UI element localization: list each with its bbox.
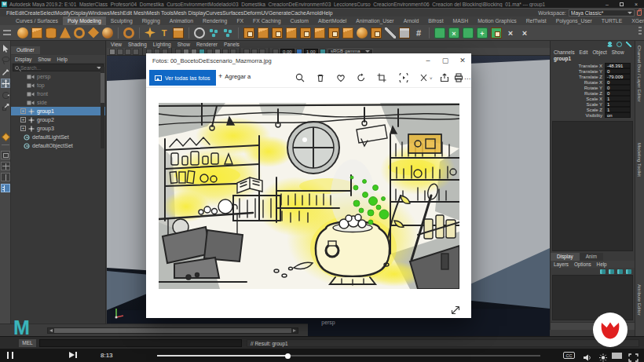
sketch-book-icon[interactable] [399, 27, 410, 38]
layer-editor-tab[interactable]: Anim [580, 253, 603, 261]
camera-attributes-icon[interactable] [125, 49, 131, 55]
share-icon[interactable] [440, 73, 449, 82]
channel-value-field[interactable]: -79.009 [605, 74, 631, 79]
scale-tool-icon[interactable] [1, 102, 10, 112]
channel-value-field[interactable]: 0 [605, 90, 631, 96]
shelf-tab[interactable]: AlbertModel [313, 16, 351, 25]
sculpt-grab-icon[interactable]: × [448, 27, 459, 38]
range-left-arrow-icon[interactable] [49, 329, 53, 332]
menu-item[interactable]: Surfaces [222, 10, 243, 16]
menu-item[interactable]: File [6, 10, 15, 16]
channel-value-field[interactable]: 1 [605, 96, 631, 101]
outliner-item-group1[interactable]: + group1 [11, 107, 105, 115]
shelf-icon[interactable] [139, 27, 140, 38]
lasso-tool-icon[interactable] [1, 55, 10, 64]
polygon-plane-icon[interactable] [88, 27, 99, 38]
polygon-disc-icon[interactable] [102, 27, 113, 38]
single-pane-layout-icon[interactable] [1, 151, 10, 159]
sphere-wire-icon[interactable] [123, 27, 134, 38]
tab-attribute-editor[interactable]: Attribute Editor [637, 284, 642, 316]
layer-editor-menu-item[interactable]: Layers [554, 261, 569, 267]
channel-box-menu-item[interactable]: Show [612, 49, 624, 55]
mirror-icon[interactable] [342, 27, 353, 38]
tab-modeling-toolkit[interactable]: Modeling Toolkit [637, 143, 642, 177]
polygon-cube-icon[interactable] [31, 27, 42, 38]
tab-channel-box-layer-editor[interactable]: Channel Box / Layer Editor [637, 46, 642, 102]
shelf-menu-icon[interactable] [3, 30, 11, 35]
outliner-menu-item[interactable]: Show [38, 57, 50, 62]
shelf-tab[interactable]: Custom [286, 16, 313, 25]
edit-icon[interactable] [419, 73, 429, 82]
shelf-tab[interactable]: MASH [448, 16, 474, 25]
smooth-icon[interactable] [357, 27, 368, 38]
outliner-item-defaultLightSet[interactable]: + defaultLightSet [11, 133, 105, 141]
viewport-menu-item[interactable]: Renderer [196, 42, 218, 47]
layer-editor-menu-item[interactable]: Help [597, 261, 607, 267]
polygon-cylinder-icon[interactable] [46, 27, 57, 38]
volume-icon[interactable] [583, 351, 592, 362]
polygon-sphere-icon[interactable] [17, 27, 28, 38]
viewport-menu-item[interactable]: Lighting [153, 42, 171, 47]
bevel-icon[interactable] [300, 27, 311, 38]
fullscreen-icon[interactable] [628, 351, 639, 362]
outliner-tab[interactable]: Outliner [11, 46, 40, 54]
boolean-icon[interactable] [272, 27, 283, 38]
edit-pencil-icon[interactable] [626, 42, 631, 47]
range-slider-thumb[interactable] [54, 328, 291, 333]
outliner-menu-item[interactable]: Help [57, 57, 68, 62]
shelf-tab[interactable]: Poly Modeling [63, 16, 106, 25]
menu-item[interactable]: Display [71, 10, 88, 16]
channel-value-field[interactable]: -48.391 [605, 63, 631, 68]
quad-draw-orange-icon[interactable] [371, 27, 382, 38]
outliner-item-group3[interactable]: + group3 [11, 124, 105, 133]
menu-item[interactable]: Arnold [306, 10, 322, 16]
make-live-icon[interactable] [491, 27, 502, 38]
lock-workspace-icon[interactable] [637, 10, 642, 16]
expand-icon[interactable]: + [20, 108, 26, 114]
search-input[interactable] [20, 65, 95, 71]
menu-item[interactable]: Create [24, 10, 40, 16]
pause-icon[interactable] [7, 352, 13, 359]
move-tool-icon[interactable] [1, 79, 10, 88]
brightness-icon[interactable] [598, 351, 608, 362]
close-icon[interactable]: × [635, 2, 638, 7]
sculpt-smooth-icon[interactable] [463, 27, 474, 38]
layer-options-icon[interactable] [626, 269, 631, 274]
shelf-tab[interactable]: Sculpting [106, 16, 137, 25]
print-icon[interactable] [454, 73, 463, 82]
shelf-tab[interactable]: XGen_User [627, 16, 644, 25]
progress-knob[interactable] [285, 353, 291, 359]
menu-item[interactable]: Generate [269, 10, 291, 16]
layer-editor-tab[interactable]: Display [551, 253, 580, 261]
outliner-item-top[interactable]: + top [11, 81, 105, 90]
viewport-menu-item[interactable]: Shading [128, 42, 147, 47]
menu-item[interactable]: Curves [206, 10, 223, 16]
maximize-icon[interactable]: ▢ [437, 53, 454, 68]
shelf-icon[interactable] [238, 27, 239, 38]
user-account-icon[interactable] [607, 42, 613, 47]
next-frame-icon[interactable] [69, 352, 75, 358]
fullscreen-expand-icon[interactable] [451, 304, 460, 313]
channel-box-menu-item[interactable]: Edit [580, 49, 588, 55]
shelf-tab[interactable]: Curves / Surfaces [11, 16, 63, 25]
outliner-item-persp[interactable]: + persp [11, 72, 105, 81]
channel-value-field[interactable]: 0 [605, 68, 631, 74]
hash-tool-icon[interactable]: # [413, 27, 424, 38]
bridge-icon[interactable] [314, 27, 325, 38]
maximize-icon[interactable] [620, 2, 624, 6]
menu-item[interactable]: Deform [243, 10, 261, 16]
minimize-icon[interactable]: – [419, 53, 437, 68]
menu-item[interactable]: Edit Mesh [123, 10, 147, 16]
create-override-layer-icon[interactable] [617, 269, 623, 274]
rotate-tool-icon[interactable] [1, 90, 10, 100]
menu-item[interactable]: Mesh Display [174, 10, 206, 16]
combine-icon[interactable] [243, 27, 254, 38]
delete-history-icon[interactable]: × [505, 27, 516, 38]
command-input[interactable] [39, 339, 242, 347]
viewport-toolbar-icon[interactable] [142, 48, 143, 55]
menu-item[interactable]: Help [322, 10, 333, 16]
polygon-cone-icon[interactable] [60, 27, 71, 38]
channel-value-field[interactable]: on [605, 112, 631, 118]
shelf-tab[interactable]: Rendering [198, 16, 232, 25]
two-pane-layout-icon[interactable] [1, 173, 10, 181]
